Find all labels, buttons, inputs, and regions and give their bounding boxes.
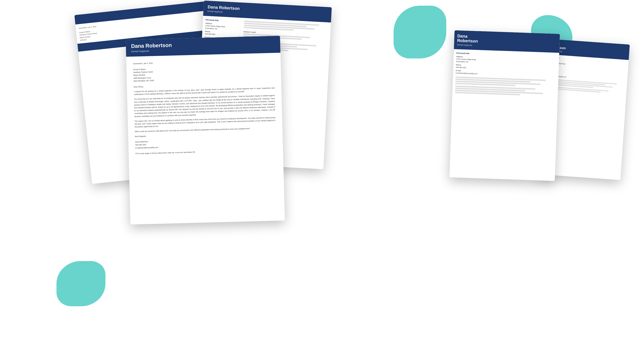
decorative-blob-teal-bottom-left (56, 261, 106, 306)
decorative-blob-teal-top (394, 6, 446, 59)
right-resume-header: Dana Robertson Dental Hygienist (454, 30, 560, 53)
right-resume-body: Personal Info Address 27407 Keyser Ridge… (452, 49, 559, 100)
right-content-lines (455, 77, 556, 97)
letter-paragraph-2: You wrote that you are searching for an … (134, 94, 275, 118)
scene: Greensboro, Jan 3, 2021 Sonya R Meyer De… (0, 0, 644, 344)
letter-paragraph-3: The reason why I am so excited about app… (134, 116, 276, 128)
right-resume-document: Dana Robertson Dental Hygienist Personal… (450, 30, 560, 181)
letter-ps: PS I'm also eager to tell you about how … (136, 148, 276, 155)
main-letter-body: Greensboro, Jan 3, 2021 Sonya R Meyer De… (126, 53, 285, 224)
letter-date: Greensboro, Jan 3, 2021 (133, 59, 274, 65)
letter-signature: Dana Robertson 336-460-2051 d.robertson@… (135, 137, 276, 149)
middle-personal-info-header: Personal Info (206, 19, 238, 23)
letter-addressee: Sonya R Meyer Dentistry Practice Owner M… (133, 64, 274, 82)
middle-resume-name-block: Dana Robertson Dental Hygienist (208, 5, 240, 14)
main-letter-document: Dana Robertson Dental Hygienist Greensbo… (126, 36, 285, 224)
